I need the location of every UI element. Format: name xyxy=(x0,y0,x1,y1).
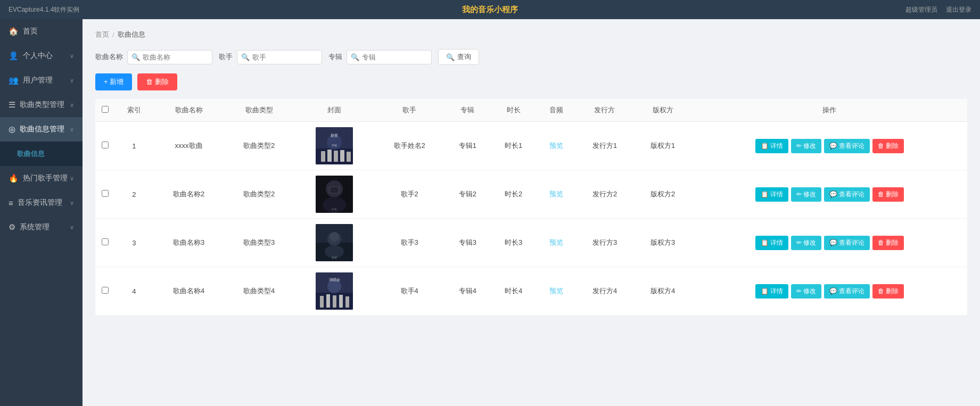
sidebar-item-user-center[interactable]: 👤 个人中心 ∨ xyxy=(0,44,83,68)
edit-button[interactable]: ✏ 修改 xyxy=(791,139,821,153)
row-delete-label: 删除 xyxy=(886,142,899,151)
svg-rect-3 xyxy=(321,151,325,162)
row-singer: 歌手2 xyxy=(374,170,444,219)
cover-image: 群星 专辑 xyxy=(316,127,353,164)
breadcrumb: 首页 / 歌曲信息 xyxy=(95,30,967,39)
row-checkbox[interactable] xyxy=(102,142,109,148)
edit-button[interactable]: ✏ 修改 xyxy=(791,236,821,250)
sidebar-item-home[interactable]: 🏠 首页 xyxy=(0,19,83,44)
song-table: 索引 歌曲名称 歌曲类型 封面 歌手 专辑 时长 音频 发行方 版权方 操作 xyxy=(95,99,967,315)
sidebar-item-song-info-mgmt[interactable]: ◎ 歌曲信息管理 ∨ xyxy=(0,117,83,142)
row-publisher: 发行方2 xyxy=(575,170,633,219)
row-song-type: 歌曲类型2 xyxy=(224,122,294,170)
edit-label: 修改 xyxy=(803,190,816,199)
th-publisher: 发行方 xyxy=(575,99,633,122)
sys-mgmt-icon: ⚙ xyxy=(9,222,15,232)
svg-text:仰望: 仰望 xyxy=(332,256,337,259)
user-mgmt-icon: 👥 xyxy=(9,76,19,85)
sidebar-item-song-info[interactable]: 歌曲信息 xyxy=(0,142,83,166)
brand-title: 我的音乐小程序 xyxy=(462,5,518,15)
svg-point-20 xyxy=(330,232,339,242)
row-delete-button[interactable]: 🗑 删除 xyxy=(872,284,904,299)
sidebar-item-sys-mgmt[interactable]: ⚙ 系统管理 ∨ xyxy=(0,215,83,239)
search-icon-singer: 🔍 xyxy=(241,53,250,61)
detail-label: 详情 xyxy=(770,142,783,151)
svg-rect-27 xyxy=(333,295,336,308)
audio-preview-link[interactable]: 预览 xyxy=(549,190,563,198)
software-label: EVCapture4.1.4软件实例 xyxy=(9,5,79,14)
row-checkbox[interactable] xyxy=(102,287,109,294)
svg-rect-29 xyxy=(345,296,349,308)
sidebar-item-music-news-label: 音乐资讯管理 xyxy=(18,198,62,208)
breadcrumb-home[interactable]: 首页 xyxy=(95,30,109,39)
row-copyright: 版权方2 xyxy=(634,170,692,219)
comment-button[interactable]: 💬 查看评论 xyxy=(824,187,870,202)
audio-preview-link[interactable]: 预览 xyxy=(549,142,563,150)
data-table: 索引 歌曲名称 歌曲类型 封面 歌手 专辑 时长 音频 发行方 版权方 操作 xyxy=(95,99,967,315)
edit-button[interactable]: ✏ 修改 xyxy=(791,284,821,299)
sidebar-item-user-center-label: 个人中心 xyxy=(23,51,53,61)
select-all-checkbox[interactable] xyxy=(102,106,109,113)
th-duration: 时长 xyxy=(490,99,536,122)
search-icon-song: 🔍 xyxy=(131,53,140,61)
detail-button[interactable]: 📋 详情 xyxy=(755,236,788,250)
row-checkbox-cell xyxy=(95,219,114,267)
row-duration: 时长3 xyxy=(490,219,536,267)
sidebar-item-song-type-mgmt[interactable]: ☰ 歌曲类型管理 ∨ xyxy=(0,93,83,117)
th-singer: 歌手 xyxy=(374,99,444,122)
topbar-logout[interactable]: 退出登录 xyxy=(946,5,971,14)
table-row: 3 歌曲名称3 歌曲类型3 仰望 歌手3 专辑3 时长3 预览 发行方3 版权方… xyxy=(95,219,967,267)
row-delete-button[interactable]: 🗑 删除 xyxy=(872,187,904,202)
detail-button[interactable]: 📋 详情 xyxy=(755,284,788,299)
breadcrumb-separator: / xyxy=(112,31,114,39)
svg-text:演唱会: 演唱会 xyxy=(328,278,340,282)
detail-button[interactable]: 📋 详情 xyxy=(755,187,788,202)
song-info-mgmt-icon: ◎ xyxy=(9,125,15,134)
th-actions: 操作 xyxy=(692,99,967,122)
detail-button[interactable]: 📋 详情 xyxy=(755,139,788,153)
row-checkbox-cell xyxy=(95,122,114,170)
sidebar-item-hot-singer-mgmt[interactable]: 🔥 热门歌手管理 ∨ xyxy=(0,166,83,190)
sidebar-item-song-type-label: 歌曲类型管理 xyxy=(20,100,64,110)
chevron-down-icon-4: ∨ xyxy=(70,126,74,133)
row-delete-button[interactable]: 🗑 删除 xyxy=(872,236,904,250)
th-checkbox xyxy=(95,99,114,122)
row-audio: 预览 xyxy=(537,122,576,170)
add-button[interactable]: + 新增 xyxy=(95,73,132,90)
row-delete-label: 删除 xyxy=(886,287,899,296)
svg-rect-14 xyxy=(331,187,338,193)
comment-button[interactable]: 💬 查看评论 xyxy=(824,284,870,299)
sidebar-item-music-news-mgmt[interactable]: ≡ 音乐资讯管理 ∨ xyxy=(0,190,83,215)
search-button[interactable]: 🔍 查询 xyxy=(438,49,479,65)
table-row: 1 xxxx歌曲 歌曲类型2 群星 专辑 歌手姓名2 专辑1 时长1 预览 发行… xyxy=(95,122,967,170)
search-input-song-name[interactable] xyxy=(127,50,212,64)
row-index: 3 xyxy=(114,219,154,267)
comment-button[interactable]: 💬 查看评论 xyxy=(824,236,870,250)
row-delete-icon: 🗑 xyxy=(878,239,884,246)
row-delete-label: 删除 xyxy=(886,238,899,247)
row-checkbox[interactable] xyxy=(102,190,109,197)
row-publisher: 发行方3 xyxy=(575,219,633,267)
sidebar-item-song-info-label: 歌曲信息 xyxy=(17,149,45,159)
chevron-down-icon-2: ∨ xyxy=(70,77,74,84)
home-icon: 🏠 xyxy=(9,27,19,36)
row-audio: 预览 xyxy=(537,267,576,316)
detail-icon: 📋 xyxy=(761,239,769,246)
row-delete-button[interactable]: 🗑 删除 xyxy=(872,139,904,153)
search-input-singer[interactable] xyxy=(237,50,322,64)
row-checkbox[interactable] xyxy=(102,238,109,245)
edit-button[interactable]: ✏ 修改 xyxy=(791,187,821,202)
audio-preview-link[interactable]: 预览 xyxy=(549,287,563,295)
edit-label: 修改 xyxy=(803,142,816,151)
row-song-type: 歌曲类型2 xyxy=(224,170,294,219)
audio-preview-link[interactable]: 预览 xyxy=(549,238,563,246)
row-delete-label: 删除 xyxy=(886,190,899,199)
comment-icon: 💬 xyxy=(829,190,837,198)
search-input-album[interactable] xyxy=(347,50,432,64)
sidebar-item-user-mgmt[interactable]: 👥 用户管理 ∨ xyxy=(0,68,83,93)
search-field-singer: 歌手 🔍 xyxy=(219,50,322,64)
comment-button[interactable]: 💬 查看评论 xyxy=(824,139,870,153)
delete-button[interactable]: 🗑 删除 xyxy=(137,73,177,90)
row-actions: 📋 详情 ✏ 修改 💬 查看评论 🗑 删除 xyxy=(692,219,967,267)
svg-text:群星: 群星 xyxy=(331,134,338,137)
